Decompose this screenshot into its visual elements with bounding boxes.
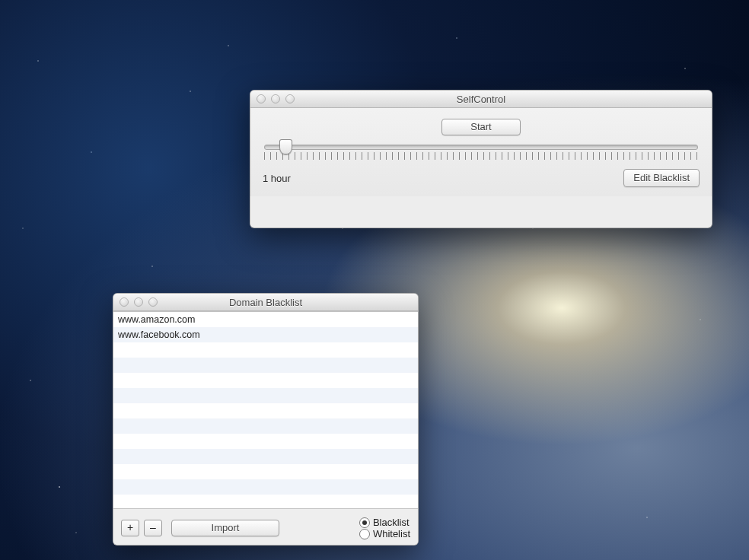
domain-row[interactable]: www.facebook.com [113, 327, 418, 342]
minimize-icon[interactable] [134, 298, 143, 307]
zoom-icon[interactable] [148, 298, 158, 307]
domain-row[interactable] [113, 434, 418, 449]
mode-blacklist-label: Blacklist [373, 517, 410, 528]
domain-row[interactable] [113, 358, 418, 373]
selfcontrol-titlebar[interactable]: SelfControl [250, 91, 712, 108]
domain-row[interactable] [113, 342, 418, 358]
remove-domain-button[interactable]: – [144, 520, 162, 536]
slider-ticks [264, 152, 698, 160]
duration-label: 1 hour [263, 173, 291, 184]
slider-track [264, 145, 698, 150]
domain-row[interactable] [113, 403, 418, 418]
domain-row[interactable]: www.amazon.com [113, 312, 418, 327]
mode-blacklist-option[interactable]: Blacklist [359, 517, 410, 528]
close-icon[interactable] [257, 94, 266, 103]
close-icon[interactable] [120, 298, 129, 307]
domain-row[interactable] [113, 495, 418, 509]
add-domain-button[interactable]: + [121, 520, 139, 536]
domain-row[interactable] [113, 418, 418, 434]
blacklist-title: Domain Blacklist [120, 297, 412, 308]
domain-row[interactable] [113, 373, 418, 388]
zoom-icon[interactable] [285, 94, 295, 103]
blacklist-titlebar[interactable]: Domain Blacklist [113, 294, 418, 311]
domain-row[interactable] [113, 464, 418, 479]
domain-row[interactable] [113, 388, 418, 403]
window-controls [120, 294, 158, 310]
blacklist-window: Domain Blacklist www.amazon.comwww.faceb… [113, 293, 419, 546]
selfcontrol-title: SelfControl [257, 94, 706, 105]
mode-whitelist-label: Whitelist [373, 528, 410, 539]
mode-whitelist-option[interactable]: Whitelist [359, 528, 410, 539]
domain-list[interactable]: www.amazon.comwww.facebook.com [113, 311, 418, 509]
import-button[interactable]: Import [171, 520, 279, 536]
slider-knob[interactable] [279, 139, 292, 154]
radio-icon [359, 517, 370, 528]
domain-row[interactable] [113, 449, 418, 464]
domain-row[interactable] [113, 479, 418, 495]
window-controls [257, 91, 295, 107]
duration-slider[interactable] [263, 142, 700, 164]
edit-blacklist-button[interactable]: Edit Blacklist [623, 169, 700, 187]
start-button[interactable]: Start [441, 119, 521, 135]
radio-icon [359, 529, 370, 539]
selfcontrol-window: SelfControl Start 1 hour Edit Blacklist [250, 90, 712, 228]
minimize-icon[interactable] [271, 94, 280, 103]
